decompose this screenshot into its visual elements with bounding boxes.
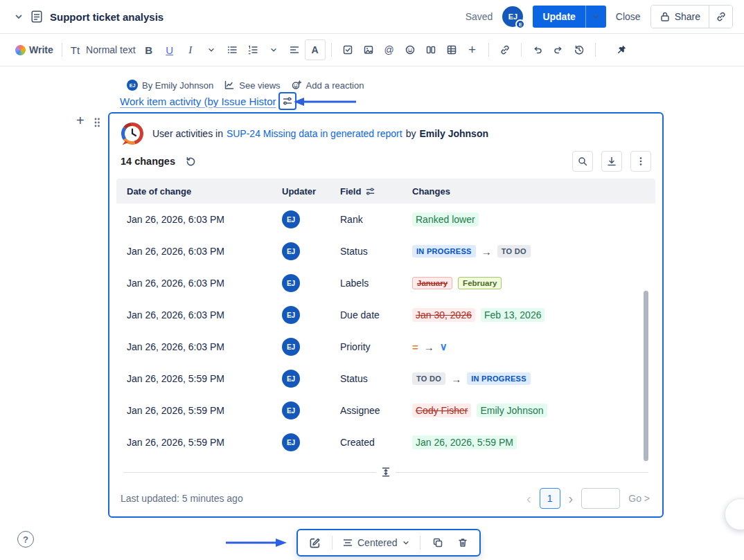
list-more-dropdown[interactable] (263, 39, 284, 60)
update-button[interactable]: Update (533, 6, 585, 28)
row-updater: EJ (278, 370, 340, 388)
toolbar-divider (331, 43, 332, 57)
activity-table: Date of change Updater Field Changes Jan… (116, 179, 655, 458)
change-arrow-icon: → (451, 373, 461, 385)
add-reaction-button[interactable]: Add a reaction (291, 80, 364, 91)
column-header-field-label: Field (340, 186, 361, 197)
card-subheader: 14 changes (109, 147, 662, 172)
share-button[interactable]: Share (651, 6, 709, 28)
sliders-icon (282, 96, 293, 107)
drag-handle[interactable] (93, 116, 101, 132)
corner-floating-button[interactable] (725, 498, 744, 530)
next-page-chevron[interactable]: › (569, 491, 574, 505)
chevron-down-icon (207, 46, 215, 54)
delete-macro-button[interactable] (452, 532, 474, 553)
change-added-text: Ranked lower (412, 213, 479, 226)
table-row: Jan 26, 2026, 6:03 PMEJStatusIN PROGRESS… (116, 235, 655, 267)
insert-table-button[interactable] (441, 39, 462, 60)
text-color-button[interactable]: A (305, 39, 326, 60)
layout-dropdown[interactable]: Centered (339, 532, 414, 553)
table-row: Jan 26, 2026, 6:03 PMEJLabelsJanuaryFebr… (116, 267, 655, 299)
label-chip-added: February (458, 277, 502, 289)
current-page-box[interactable]: 1 (540, 488, 560, 509)
field-filter-icon[interactable] (365, 186, 375, 197)
align-left-icon (289, 44, 300, 55)
link-icon (499, 44, 511, 55)
collapse-chevron-icon[interactable] (10, 8, 28, 26)
help-button[interactable]: ? (17, 531, 34, 548)
resize-handle[interactable] (376, 467, 396, 478)
copy-link-button[interactable] (709, 6, 732, 28)
chevron-down-icon (269, 46, 278, 54)
update-dropdown-button[interactable] (585, 6, 606, 28)
user-avatar[interactable]: EJ E (502, 6, 523, 27)
table-scrollbar[interactable] (644, 291, 648, 461)
table-icon (446, 44, 457, 55)
ai-gradient-icon (15, 45, 26, 55)
change-removed-text: Jan 30, 2026 (412, 308, 475, 322)
search-button[interactable] (572, 151, 593, 172)
layouts-button[interactable] (420, 39, 441, 60)
macro-title-text[interactable]: Work item activity (by Issue Histor (120, 96, 276, 107)
bullet-list-button[interactable] (222, 39, 242, 60)
text-style-dropdown[interactable]: Tt Normal text (68, 39, 139, 60)
insert-block-plus-button[interactable]: + (76, 113, 85, 129)
priority-low-icon: ∨ (440, 341, 448, 353)
document-icon (28, 8, 46, 26)
italic-button[interactable]: I (180, 39, 201, 60)
copy-icon (432, 537, 443, 548)
updater-avatar: EJ (282, 306, 300, 324)
macro-settings-button[interactable] (278, 92, 296, 110)
underline-button[interactable]: U (159, 39, 180, 60)
refresh-button[interactable] (185, 156, 197, 168)
task-list-button[interactable] (337, 39, 358, 60)
pin-toolbar-button[interactable] (611, 39, 632, 60)
copy-macro-button[interactable] (427, 532, 449, 553)
insert-link-button[interactable] (495, 39, 515, 60)
text-style-label: Normal text (86, 44, 136, 55)
emoji-button[interactable] (400, 39, 420, 60)
card-actions (572, 151, 651, 172)
work-item-activity-card[interactable]: User activities in SUP-24 Missing data i… (108, 112, 664, 518)
issue-link[interactable]: SUP-24 Missing data in generated report (227, 128, 402, 139)
write-mode-button[interactable]: Write (12, 39, 56, 60)
bold-button[interactable]: B (139, 39, 159, 60)
insert-image-button[interactable] (358, 39, 379, 60)
go-button[interactable]: Go > (628, 493, 650, 504)
redo-button[interactable] (548, 39, 569, 60)
byline-avatar: EJ (127, 80, 138, 91)
layout-label: Centered (357, 537, 398, 548)
chart-icon (224, 80, 235, 91)
table-row: Jan 26, 2026, 6:03 PMEJDue dateJan 30, 2… (116, 299, 655, 331)
toolbar-divider (488, 43, 489, 57)
row-updater: EJ (278, 338, 340, 356)
write-label: Write (29, 44, 53, 55)
prev-page-chevron[interactable]: ‹ (526, 491, 531, 505)
row-field: Status (340, 246, 412, 257)
download-button[interactable] (601, 151, 622, 172)
card-title-prefix: User activities in (152, 128, 223, 139)
macro-floating-toolbar: Centered (296, 529, 481, 557)
byline: EJ By Emily Johnson See views Add a reac… (127, 80, 364, 91)
close-button[interactable]: Close (616, 11, 641, 22)
redo-icon (553, 44, 564, 55)
row-updater: EJ (278, 242, 340, 260)
undo-button[interactable] (527, 39, 548, 60)
table-row: Jan 26, 2026, 5:59 PMEJCreatedJan 26, 20… (116, 426, 655, 458)
version-history-button[interactable] (569, 39, 590, 60)
page-jump-input[interactable] (581, 488, 620, 509)
alignment-button[interactable] (284, 39, 305, 60)
updater-avatar: EJ (282, 242, 300, 260)
row-field: Due date (340, 309, 412, 320)
change-added-text: Feb 13, 2026 (481, 308, 545, 322)
numbered-list-button[interactable] (242, 39, 263, 60)
byline-author[interactable]: EJ By Emily Johnson (127, 80, 213, 91)
insert-more-button[interactable]: + (462, 39, 483, 60)
text-format-more-dropdown[interactable] (201, 39, 222, 60)
mention-button[interactable]: @ (379, 39, 400, 60)
more-options-button[interactable] (630, 151, 651, 172)
edit-macro-button[interactable] (303, 532, 326, 553)
card-resize-divider (123, 472, 648, 473)
annotation-arrow-right (226, 538, 287, 548)
see-views-button[interactable]: See views (224, 80, 280, 91)
